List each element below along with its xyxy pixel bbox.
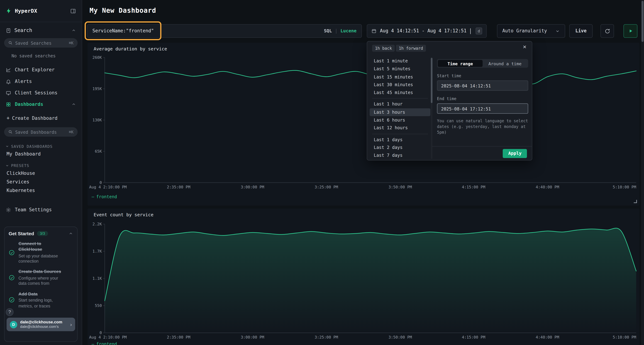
monitor-icon: [6, 90, 11, 95]
run-query-button[interactable]: [624, 24, 638, 38]
chevron-up-icon[interactable]: [72, 28, 76, 32]
get-started-step-connect[interactable]: Connect to ClickHouse Set up your databa…: [8, 241, 73, 264]
shift-back-button[interactable]: 1h back: [372, 45, 395, 52]
scrollbar-thumb[interactable]: [431, 58, 432, 103]
chart-title: Average duration by service: [94, 46, 167, 52]
avg-duration-line-chart[interactable]: 065K130K195K260KAug 4 2:10:00 PM2:35:00 …: [88, 43, 640, 206]
time-picker-popover: 1h back 1h forward × Last 1 minute Last …: [367, 41, 532, 161]
svg-text:2:35:00 PM: 2:35:00 PM: [167, 185, 190, 189]
natural-language-hint: You can use natural language to select d…: [437, 118, 528, 135]
preset-last-3-hours[interactable]: Last 3 hours: [370, 108, 430, 116]
svg-text:3:50:00 PM: 3:50:00 PM: [388, 185, 412, 189]
sidebar-item-alerts[interactable]: Alerts: [0, 75, 82, 87]
time-range-input[interactable]: Aug 4 14:12:51 - Aug 4 17:12:51 d: [367, 24, 486, 38]
preset-last-1-hour[interactable]: Last 1 hour: [370, 100, 430, 108]
tab-time-range[interactable]: Time range: [438, 60, 482, 67]
sidebar-item-label: Alerts: [15, 78, 32, 84]
sidebar-item-dashboards[interactable]: Dashboards: [0, 98, 82, 110]
svg-text:3:00:00 PM: 3:00:00 PM: [241, 335, 264, 340]
user-org: dale@clickhouse.com's: [20, 325, 62, 329]
start-time-input[interactable]: [437, 80, 528, 91]
gear-icon: [6, 207, 11, 212]
logo-row: HyperDX: [0, 0, 82, 22]
sql-mode-toggle[interactable]: SQL: [324, 28, 332, 34]
sidebar: HyperDX Search Saved Searches ⌘K No save…: [0, 0, 82, 345]
chart-legend[interactable]: — frontend: [92, 194, 117, 199]
preset-last-12-hours[interactable]: Last 12 hours: [370, 124, 430, 132]
panel-resize-handle[interactable]: [632, 199, 638, 204]
page-scrollbar-thumb[interactable]: [642, 1, 644, 42]
preset-last-14-days[interactable]: Last 14 days: [370, 159, 430, 161]
chart-panel-avg-duration: Average duration by service 065K130K195K…: [88, 43, 640, 206]
search-section-label: Search: [14, 27, 32, 33]
chevron-up-icon[interactable]: [72, 102, 76, 106]
preset-last-45-minutes[interactable]: Last 45 minutes: [370, 89, 430, 96]
chevron-down-icon: [5, 144, 9, 148]
lucene-mode-toggle[interactable]: Lucene: [340, 28, 356, 34]
create-dashboard-label: Create Dashboard: [12, 115, 58, 121]
dashboard-link-my-dashboard[interactable]: My Dashboard: [0, 150, 82, 158]
svg-text:5:10:00 PM: 5:10:00 PM: [613, 185, 636, 189]
shift-forward-button[interactable]: 1h forward: [396, 45, 426, 52]
collapse-sidebar-icon[interactable]: [70, 8, 76, 14]
mode-divider: |: [335, 28, 338, 34]
section-saved-dashboards[interactable]: SAVED DASHBOARDS: [0, 142, 82, 150]
get-started-step-sources[interactable]: Create Data Sources Configure where your…: [8, 269, 73, 286]
preset-link-clickhouse[interactable]: ClickHouse: [0, 169, 82, 178]
sidebar-nav: Chart Explorer Alerts Client Sessions Da…: [0, 64, 82, 110]
close-icon[interactable]: ×: [523, 43, 527, 50]
section-presets[interactable]: PRESETS: [0, 162, 82, 169]
saved-dashboards-input[interactable]: Saved Dashboards ⌘K: [4, 127, 78, 137]
live-button[interactable]: Live: [569, 24, 593, 38]
divider: [372, 98, 428, 99]
query-text: ServiceName:"frontend": [92, 28, 154, 34]
event-count-line-chart[interactable]: 05501.1K1.7K2.2KAug 4 2:10:00 PM2:35:00 …: [88, 208, 640, 345]
svg-text:1.1K: 1.1K: [92, 276, 102, 281]
svg-text:2:35:00 PM: 2:35:00 PM: [167, 335, 190, 340]
end-time-input[interactable]: [437, 103, 528, 114]
page-scrollbar: [641, 0, 644, 345]
create-dashboard-button[interactable]: + Create Dashboard: [0, 113, 82, 123]
main-content: My New Dashboard ServiceName:"frontend" …: [82, 0, 644, 345]
check-circle-icon: [8, 249, 15, 256]
user-account-button[interactable]: D dale@clickhouse.com dale@clickhouse.co…: [6, 318, 75, 331]
step-desc: Configure where your data comes from: [18, 275, 67, 286]
sidebar-item-label: Team Settings: [15, 207, 52, 213]
svg-text:4:40:00 PM: 4:40:00 PM: [536, 335, 559, 340]
help-button[interactable]: ?: [6, 308, 14, 316]
svg-text:260K: 260K: [92, 55, 102, 60]
step-title: Add Data: [18, 291, 67, 297]
granularity-select[interactable]: Auto Granularity: [497, 24, 565, 38]
svg-text:3:25:00 PM: 3:25:00 PM: [315, 185, 338, 189]
chevron-down-icon: [5, 164, 9, 167]
saved-searches-input[interactable]: Saved Searches ⌘K: [4, 38, 78, 48]
svg-text:Aug 4 2:10:00 PM: Aug 4 2:10:00 PM: [89, 185, 127, 189]
preset-last-7-days[interactable]: Last 7 days: [370, 152, 430, 159]
apply-button[interactable]: Apply: [503, 149, 527, 158]
preset-last-1-days[interactable]: Last 1 days: [370, 136, 430, 144]
chevron-right-icon: ›: [70, 322, 72, 327]
sidebar-item-client-sessions[interactable]: Client Sessions: [0, 87, 82, 98]
chevron-up-icon[interactable]: [68, 231, 73, 236]
preset-last-5-minutes[interactable]: Last 5 minutes: [370, 65, 430, 73]
sidebar-item-team-settings[interactable]: Team Settings: [0, 204, 82, 215]
svg-text:0: 0: [100, 331, 102, 335]
sidebar-section-search[interactable]: Search: [0, 22, 82, 36]
preset-last-30-minutes[interactable]: Last 30 minutes: [370, 81, 430, 89]
legend-dash: —: [92, 194, 94, 199]
preset-link-kubernetes[interactable]: Kubernetes: [0, 186, 82, 195]
preset-last-1-minute[interactable]: Last 1 minute: [370, 57, 430, 65]
preset-last-15-minutes[interactable]: Last 15 minutes: [370, 73, 430, 81]
preset-link-services[interactable]: Services: [0, 178, 82, 186]
step-title: Create Data Sources: [18, 269, 67, 275]
refresh-button[interactable]: [600, 24, 614, 38]
preset-last-6-hours[interactable]: Last 6 hours: [370, 116, 430, 124]
sidebar-item-chart-explorer[interactable]: Chart Explorer: [0, 64, 82, 75]
preset-last-2-days[interactable]: Last 2 days: [370, 144, 430, 151]
search-query-input[interactable]: ServiceName:"frontend" SQL | Lucene: [87, 24, 362, 38]
svg-text:0: 0: [100, 180, 102, 185]
chart-legend[interactable]: — frontend: [92, 342, 117, 345]
tab-around-a-time[interactable]: Around a time: [483, 60, 527, 67]
get-started-step-add-data[interactable]: Add Data Start sending logs, metrics, or…: [8, 291, 73, 309]
plus-icon: +: [6, 115, 10, 121]
